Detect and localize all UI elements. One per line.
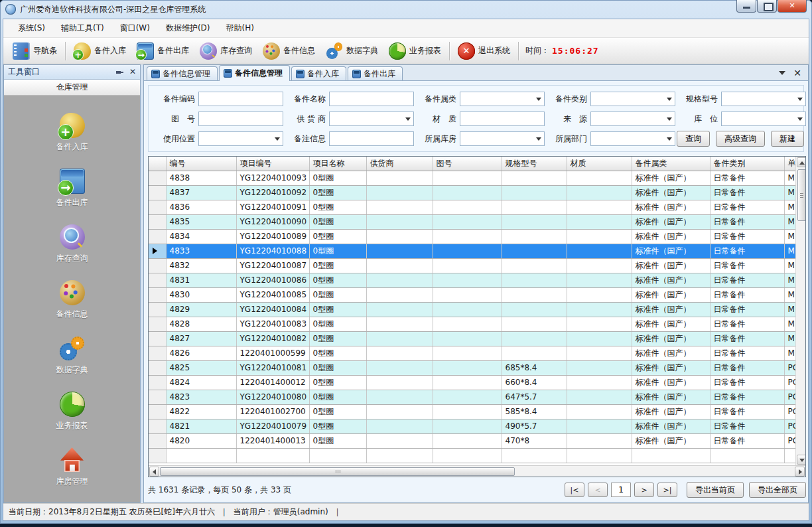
- export-all-pages-button[interactable]: 导出全部页: [749, 482, 806, 498]
- column-header[interactable]: 规格型号: [502, 157, 567, 171]
- table-row[interactable]: 4831 YG12204010086 0型圈 标准件（国: [149, 273, 795, 287]
- search-field[interactable]: [460, 92, 545, 106]
- row-selector-cell[interactable]: [149, 171, 166, 185]
- menu-item[interactable]: 帮助(H): [218, 19, 262, 37]
- table-row[interactable]: 4822 1220401002700 0型圈 585*8.4: [149, 404, 795, 419]
- search-field[interactable]: [590, 131, 675, 146]
- row-selector-cell[interactable]: [149, 346, 166, 360]
- search-action-button[interactable]: 新建: [771, 131, 804, 147]
- search-field-input[interactable]: [460, 131, 545, 146]
- search-field-input[interactable]: [721, 112, 806, 126]
- column-header[interactable]: 供货商: [366, 157, 433, 171]
- scroll-left-icon[interactable]: [149, 467, 159, 477]
- search-field-input[interactable]: [198, 131, 283, 146]
- sidebar-item[interactable]: 备件入库: [50, 110, 95, 155]
- search-field-input[interactable]: [460, 112, 545, 126]
- close-button[interactable]: [778, 0, 807, 13]
- search-field-input[interactable]: [721, 92, 806, 106]
- toolbar-button[interactable]: 退出系统: [452, 40, 515, 62]
- sidebar-item[interactable]: 数据字典: [50, 333, 95, 378]
- search-field[interactable]: [198, 131, 283, 146]
- row-selector-cell[interactable]: [149, 331, 166, 346]
- row-selector-cell[interactable]: [149, 287, 166, 302]
- sidebar-item[interactable]: 备件信息: [50, 277, 95, 323]
- search-field[interactable]: [721, 92, 806, 106]
- table-row[interactable]: 4828 YG12204010083 0型圈 标准件（国: [149, 317, 795, 331]
- tab-close-icon[interactable]: ✕: [793, 68, 801, 78]
- next-page-button[interactable]: >: [634, 483, 654, 497]
- table-row[interactable]: 4825 YG12204010081 0型圈 685*8.4: [149, 360, 795, 375]
- toolbar-button[interactable]: 业务报表: [383, 40, 446, 62]
- column-header[interactable]: 备件类别: [710, 157, 784, 171]
- tab[interactable]: 备件入库: [291, 66, 346, 80]
- search-field-input[interactable]: [590, 131, 675, 146]
- menu-item[interactable]: 系统(S): [10, 19, 53, 37]
- close-icon[interactable]: ✕: [129, 68, 136, 76]
- toolbar-button[interactable]: 库存查询: [194, 40, 257, 62]
- row-selector-cell[interactable]: [149, 229, 166, 244]
- search-field-input[interactable]: [329, 92, 414, 106]
- menu-item[interactable]: 辅助工具(T): [53, 19, 112, 37]
- tab-list-dropdown-icon[interactable]: [779, 71, 785, 75]
- column-header[interactable]: 单位: [784, 157, 795, 171]
- menu-item[interactable]: 窗口(W): [112, 19, 158, 37]
- toolbar-button[interactable]: 导航条: [7, 40, 62, 62]
- search-field[interactable]: [590, 112, 675, 126]
- column-header[interactable]: 备件属类: [632, 157, 710, 171]
- table-row[interactable]: 4821 YG12204010079 0型圈 490*5.7: [149, 419, 795, 433]
- scroll-down-icon[interactable]: [797, 455, 806, 465]
- toolbar-button[interactable]: 备件出库: [131, 40, 194, 62]
- search-field-input[interactable]: [460, 92, 545, 106]
- row-selector-cell[interactable]: [149, 390, 166, 404]
- table-row[interactable]: 4838 YG12204010093 0型圈 标准件（国: [149, 171, 795, 185]
- search-field[interactable]: [198, 92, 283, 106]
- scroll-right-icon[interactable]: [795, 467, 805, 477]
- column-header[interactable]: 项目编号: [236, 157, 309, 171]
- row-selector-cell[interactable]: [149, 419, 166, 433]
- pin-icon[interactable]: [115, 68, 124, 76]
- sidebar-item[interactable]: 库房管理: [50, 445, 95, 490]
- search-field[interactable]: [460, 131, 545, 146]
- search-field[interactable]: [198, 112, 283, 126]
- table-row[interactable]: 4820 1220401400013 0型圈 470*8: [149, 433, 795, 448]
- table-row[interactable]: 4837 YG12204010092 0型圈 标准件（国: [149, 185, 795, 200]
- tab[interactable]: 备件出库: [348, 66, 403, 80]
- search-field-input[interactable]: [329, 112, 414, 126]
- table-row[interactable]: 4830 YG12204010085 0型圈 标准件（国: [149, 287, 795, 302]
- toolbar-button[interactable]: 数据字典: [320, 40, 383, 62]
- tab[interactable]: 备件信息管理: [147, 66, 218, 80]
- search-field[interactable]: [329, 131, 414, 146]
- search-field[interactable]: [590, 92, 675, 106]
- row-selector-cell[interactable]: [149, 360, 166, 375]
- horizontal-scrollbar[interactable]: [149, 465, 805, 477]
- search-action-button[interactable]: 查询: [677, 131, 710, 147]
- row-selector-cell[interactable]: [149, 185, 166, 200]
- search-field[interactable]: [721, 112, 806, 126]
- toolbar-button[interactable]: 备件信息: [257, 40, 320, 62]
- search-field-input[interactable]: [198, 112, 283, 126]
- column-header[interactable]: 编号: [166, 157, 236, 171]
- column-header[interactable]: 材质: [567, 157, 632, 171]
- column-header[interactable]: 项目名称: [309, 157, 366, 171]
- page-number-input[interactable]: [611, 483, 631, 497]
- row-selector-cell[interactable]: [149, 244, 166, 258]
- sidebar-item[interactable]: 业务报表: [50, 389, 95, 434]
- vertical-scroll-thumb[interactable]: [797, 169, 806, 221]
- table-row[interactable]: 4824 1220401400012 0型圈 660*8.4: [149, 375, 795, 390]
- table-row[interactable]: 4827 YG12204010082 0型圈 标准件（国: [149, 331, 795, 346]
- search-field[interactable]: [329, 112, 414, 126]
- search-field-input[interactable]: [198, 92, 283, 106]
- export-current-page-button[interactable]: 导出当前页: [687, 482, 744, 498]
- search-field[interactable]: [460, 112, 545, 126]
- scroll-up-icon[interactable]: [797, 157, 806, 167]
- horizontal-scroll-thumb[interactable]: [160, 467, 515, 476]
- search-action-button[interactable]: 高级查询: [716, 131, 765, 147]
- sidebar-item[interactable]: 备件出库: [50, 166, 95, 211]
- search-field[interactable]: [329, 92, 414, 106]
- prev-page-button[interactable]: <: [588, 483, 608, 497]
- row-selector-cell[interactable]: [149, 273, 166, 287]
- search-field-input[interactable]: [590, 112, 675, 126]
- table-row[interactable]: 4832 YG12204010087 0型圈 标准件（国: [149, 258, 795, 273]
- row-selector-cell[interactable]: [149, 200, 166, 214]
- maximize-button[interactable]: [757, 0, 777, 13]
